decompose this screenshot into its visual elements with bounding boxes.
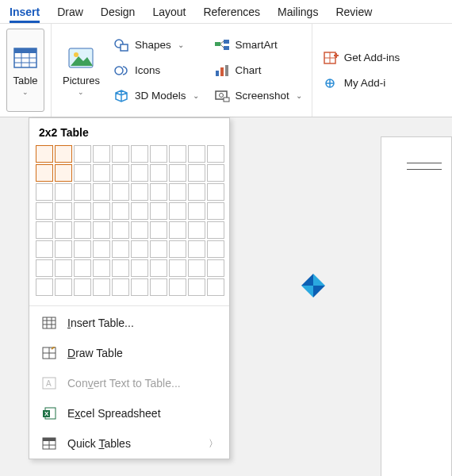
grid-cell[interactable] bbox=[74, 221, 91, 239]
grid-cell[interactable] bbox=[131, 221, 148, 239]
grid-cell[interactable] bbox=[55, 164, 72, 182]
grid-cell[interactable] bbox=[188, 278, 205, 296]
grid-cell[interactable] bbox=[112, 145, 129, 163]
grid-cell[interactable] bbox=[112, 164, 129, 182]
grid-cell[interactable] bbox=[188, 202, 205, 220]
grid-cell[interactable] bbox=[55, 183, 72, 201]
grid-cell[interactable] bbox=[131, 240, 148, 258]
grid-cell[interactable] bbox=[93, 278, 110, 296]
grid-cell[interactable] bbox=[74, 202, 91, 220]
grid-cell[interactable] bbox=[150, 183, 167, 201]
grid-cell[interactable] bbox=[112, 183, 129, 201]
grid-cell[interactable] bbox=[55, 278, 72, 296]
tab-design[interactable]: Design bbox=[101, 6, 136, 23]
document-page[interactable] bbox=[381, 136, 452, 476]
table-size-grid[interactable] bbox=[29, 145, 229, 304]
grid-cell[interactable] bbox=[36, 240, 53, 258]
grid-cell[interactable] bbox=[207, 221, 224, 239]
grid-cell[interactable] bbox=[36, 183, 53, 201]
grid-cell[interactable] bbox=[112, 221, 129, 239]
grid-cell[interactable] bbox=[207, 259, 224, 277]
grid-cell[interactable] bbox=[131, 183, 148, 201]
grid-cell[interactable] bbox=[169, 278, 186, 296]
grid-cell[interactable] bbox=[150, 145, 167, 163]
smartart-button[interactable]: SmartArt bbox=[210, 35, 305, 56]
grid-cell[interactable] bbox=[55, 259, 72, 277]
grid-cell[interactable] bbox=[74, 240, 91, 258]
grid-cell[interactable] bbox=[188, 164, 205, 182]
grid-cell[interactable] bbox=[131, 145, 148, 163]
grid-cell[interactable] bbox=[112, 259, 129, 277]
grid-cell[interactable] bbox=[169, 202, 186, 220]
grid-cell[interactable] bbox=[207, 202, 224, 220]
grid-cell[interactable] bbox=[169, 164, 186, 182]
grid-cell[interactable] bbox=[93, 183, 110, 201]
grid-cell[interactable] bbox=[169, 221, 186, 239]
quick-tables-item[interactable]: Quick Tables 〉 bbox=[29, 428, 229, 459]
3dmodels-button[interactable]: 3D Models ⌄ bbox=[109, 86, 202, 106]
excel-spreadsheet-item[interactable]: X Excel Spreadsheet bbox=[29, 398, 229, 428]
grid-cell[interactable] bbox=[55, 145, 72, 163]
grid-cell[interactable] bbox=[74, 259, 91, 277]
tab-draw[interactable]: Draw bbox=[57, 6, 83, 23]
tab-review[interactable]: Review bbox=[335, 6, 372, 23]
grid-cell[interactable] bbox=[36, 202, 53, 220]
grid-cell[interactable] bbox=[207, 183, 224, 201]
grid-cell[interactable] bbox=[150, 202, 167, 220]
grid-cell[interactable] bbox=[36, 145, 53, 163]
grid-cell[interactable] bbox=[93, 145, 110, 163]
grid-cell[interactable] bbox=[188, 145, 205, 163]
tab-mailings[interactable]: Mailings bbox=[278, 6, 318, 23]
grid-cell[interactable] bbox=[112, 240, 129, 258]
grid-cell[interactable] bbox=[112, 202, 129, 220]
grid-cell[interactable] bbox=[150, 278, 167, 296]
grid-cell[interactable] bbox=[207, 145, 224, 163]
grid-cell[interactable] bbox=[74, 278, 91, 296]
tab-references[interactable]: References bbox=[203, 6, 260, 23]
draw-table-item[interactable]: Draw Table bbox=[29, 338, 229, 368]
grid-cell[interactable] bbox=[188, 240, 205, 258]
grid-cell[interactable] bbox=[131, 202, 148, 220]
grid-cell[interactable] bbox=[55, 240, 72, 258]
grid-cell[interactable] bbox=[93, 164, 110, 182]
grid-cell[interactable] bbox=[188, 221, 205, 239]
grid-cell[interactable] bbox=[36, 278, 53, 296]
my-addins-button[interactable]: My Add-i bbox=[319, 73, 404, 94]
grid-cell[interactable] bbox=[169, 183, 186, 201]
grid-cell[interactable] bbox=[150, 259, 167, 277]
grid-cell[interactable] bbox=[207, 164, 224, 182]
shapes-button[interactable]: Shapes ⌄ bbox=[109, 35, 202, 56]
grid-cell[interactable] bbox=[150, 221, 167, 239]
grid-cell[interactable] bbox=[188, 183, 205, 201]
grid-cell[interactable] bbox=[169, 145, 186, 163]
grid-cell[interactable] bbox=[93, 240, 110, 258]
grid-cell[interactable] bbox=[150, 240, 167, 258]
insert-table-item[interactable]: Insert Table... bbox=[29, 308, 229, 338]
grid-cell[interactable] bbox=[150, 164, 167, 182]
chart-button[interactable]: Chart bbox=[210, 60, 305, 81]
grid-cell[interactable] bbox=[55, 221, 72, 239]
grid-cell[interactable] bbox=[131, 259, 148, 277]
icons-button[interactable]: Icons bbox=[109, 60, 202, 81]
grid-cell[interactable] bbox=[112, 278, 129, 296]
tab-insert[interactable]: Insert bbox=[10, 6, 40, 23]
grid-cell[interactable] bbox=[131, 164, 148, 182]
grid-cell[interactable] bbox=[207, 240, 224, 258]
screenshot-button[interactable]: Screenshot ⌄ bbox=[210, 86, 305, 106]
grid-cell[interactable] bbox=[169, 259, 186, 277]
grid-cell[interactable] bbox=[93, 259, 110, 277]
table-button[interactable]: Table ⌄ bbox=[6, 29, 44, 112]
get-addins-button[interactable]: Get Add-ins bbox=[319, 48, 404, 68]
grid-cell[interactable] bbox=[188, 259, 205, 277]
grid-cell[interactable] bbox=[74, 145, 91, 163]
grid-cell[interactable] bbox=[36, 259, 53, 277]
grid-cell[interactable] bbox=[74, 164, 91, 182]
grid-cell[interactable] bbox=[55, 202, 72, 220]
grid-cell[interactable] bbox=[36, 164, 53, 182]
grid-cell[interactable] bbox=[74, 183, 91, 201]
grid-cell[interactable] bbox=[207, 278, 224, 296]
grid-cell[interactable] bbox=[93, 221, 110, 239]
grid-cell[interactable] bbox=[131, 278, 148, 296]
grid-cell[interactable] bbox=[36, 221, 53, 239]
pictures-button[interactable]: Pictures ⌄ bbox=[58, 29, 105, 112]
